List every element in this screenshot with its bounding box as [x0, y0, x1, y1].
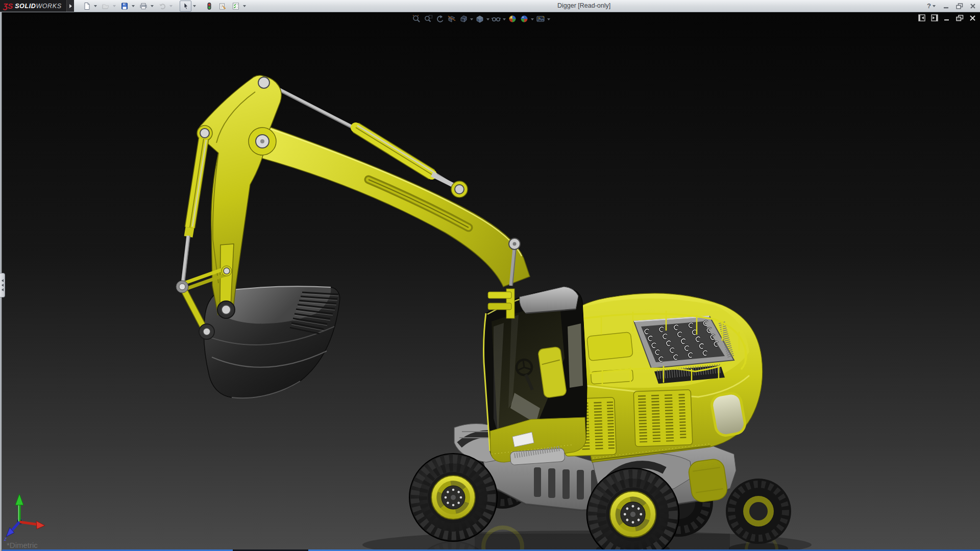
graphics-viewport[interactable]: z — [0, 12, 980, 551]
section-view-button[interactable] — [447, 14, 457, 24]
select-tool-dropdown[interactable] — [193, 5, 196, 9]
far-right-wheel[interactable] — [726, 479, 791, 544]
zoom-to-area-icon — [424, 14, 433, 23]
document-title: Digger [Read-only] — [557, 2, 610, 9]
bucket-pivot-pin — [222, 305, 231, 314]
save-dropdown[interactable] — [132, 5, 135, 9]
featuremanager-collapse-tab[interactable] — [0, 273, 5, 297]
display-style-icon — [475, 14, 484, 23]
options-dropdown[interactable] — [243, 5, 246, 9]
save-button[interactable] — [118, 1, 130, 12]
title-bar: ƷS SOLIDWORKS — [0, 0, 980, 12]
notepad-pencil-icon — [218, 2, 227, 10]
undo-arrow-icon — [158, 2, 166, 10]
menu-expand-button[interactable] — [66, 0, 74, 12]
open-document-dropdown[interactable] — [113, 5, 116, 9]
collapse-featuremanager-button[interactable] — [918, 14, 925, 21]
print-dropdown[interactable] — [151, 5, 154, 9]
zoom-to-fit-button[interactable] — [411, 14, 422, 24]
zoom-to-fit-icon — [412, 14, 421, 23]
close-document-button[interactable] — [969, 15, 976, 21]
brand-name-bold: SOLID — [15, 3, 36, 10]
select-cursor-icon — [182, 2, 190, 10]
printer-icon — [139, 2, 148, 10]
cylinder-top-pin[interactable] — [200, 129, 209, 138]
eyeglasses-icon — [491, 14, 501, 23]
window-controls: ? — [927, 0, 976, 12]
brand-name-light: WORKS — [36, 3, 61, 10]
file-properties-button[interactable] — [216, 1, 228, 12]
previous-view-button[interactable] — [435, 14, 445, 24]
view-orientation-button[interactable] — [458, 14, 469, 24]
cab-side-window[interactable] — [568, 323, 583, 388]
deck-hatch[interactable] — [587, 332, 633, 361]
rod-end-pin — [179, 284, 185, 290]
appearance-sphere-icon — [508, 14, 517, 23]
rear-cylinder-drum[interactable] — [688, 458, 728, 503]
right-arrow-icon — [69, 4, 74, 8]
cab[interactable] — [483, 287, 587, 465]
new-document-icon — [83, 2, 91, 10]
restore-button[interactable] — [956, 3, 963, 9]
hide-show-items-button[interactable] — [491, 14, 501, 24]
help-button[interactable]: ? — [927, 2, 937, 10]
display-style-button[interactable] — [475, 14, 485, 24]
link-pin — [224, 268, 230, 274]
minimize-button[interactable] — [943, 3, 949, 9]
help-dropdown — [933, 5, 936, 9]
traffic-light-icon — [205, 2, 213, 10]
open-document-button[interactable] — [100, 1, 111, 12]
view-orientation-label: *Dimetric — [7, 541, 38, 549]
headsup-view-toolbar — [411, 14, 550, 24]
select-tool-button[interactable] — [180, 1, 191, 12]
view-settings-button[interactable] — [535, 14, 546, 24]
close-button[interactable] — [970, 3, 976, 9]
display-style-dropdown[interactable] — [486, 18, 489, 22]
apply-scene-button[interactable] — [519, 14, 529, 24]
new-document-dropdown[interactable] — [94, 5, 97, 9]
left-arrow-icon — [0, 284, 4, 287]
print-button[interactable] — [137, 1, 149, 12]
rear-window[interactable] — [710, 392, 747, 437]
options-button[interactable] — [230, 1, 241, 12]
undo-dropdown[interactable] — [169, 5, 173, 9]
save-floppy-icon — [120, 2, 129, 10]
view-settings-icon — [536, 14, 545, 23]
hide-show-items-dropdown[interactable] — [503, 18, 506, 22]
document-window-controls — [918, 14, 976, 21]
solidworks-logo: ƷS SOLIDWORKS — [0, 0, 66, 12]
checklist-icon — [232, 2, 240, 10]
section-view-icon — [447, 14, 456, 23]
apex-pin[interactable] — [258, 77, 270, 88]
rebuild-button[interactable] — [203, 1, 215, 12]
apply-scene-dropdown[interactable] — [531, 18, 534, 22]
edit-appearance-button[interactable] — [507, 14, 518, 24]
bucket-link-pin — [203, 328, 210, 335]
stick-cylinder-pin — [455, 185, 464, 194]
3d-scene[interactable]: z — [0, 12, 980, 551]
standard-toolbar — [81, 0, 247, 12]
help-icon: ? — [927, 2, 931, 10]
view-orientation-icon — [459, 14, 468, 23]
new-document-button[interactable] — [81, 1, 92, 12]
previous-view-icon — [435, 14, 445, 23]
scene-sphere-icon — [520, 14, 529, 23]
view-orientation-dropdown[interactable] — [470, 18, 473, 22]
zoom-to-area-button[interactable] — [423, 14, 433, 24]
engine-house[interactable] — [563, 293, 763, 462]
front-left-wheel[interactable] — [409, 454, 497, 541]
left-arrow-icon — [0, 288, 4, 291]
open-folder-icon — [102, 2, 110, 10]
left-arrow-icon — [0, 279, 4, 282]
solidworks-logo-icon: ƷS — [3, 2, 13, 10]
undo-button[interactable] — [156, 1, 168, 12]
restore-document-button[interactable] — [956, 15, 964, 21]
minimize-document-button[interactable] — [944, 15, 950, 21]
expand-taskpane-button[interactable] — [931, 14, 938, 21]
view-settings-dropdown[interactable] — [547, 18, 550, 22]
